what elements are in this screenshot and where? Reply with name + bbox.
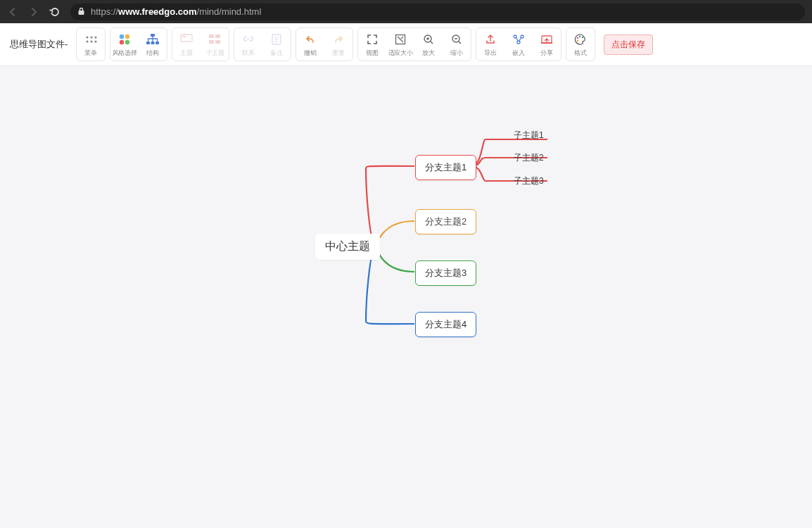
svg-line-27 xyxy=(431,42,433,44)
svg-point-34 xyxy=(521,35,524,38)
svg-point-38 xyxy=(577,37,578,38)
view-button[interactable]: 视图 xyxy=(358,28,386,61)
svg-rect-11 xyxy=(151,34,155,37)
tree-icon xyxy=(146,32,160,47)
browser-bar: https://www.freedgo.com/mind/mind.html xyxy=(0,0,812,23)
subtopic-1[interactable]: 子主题1 xyxy=(514,130,544,142)
file-label: 思维导图文件- xyxy=(6,38,72,51)
svg-point-7 xyxy=(120,34,124,38)
svg-point-3 xyxy=(95,36,97,38)
share-button[interactable]: 分享 xyxy=(533,28,561,61)
zoom-in-button[interactable]: 放大 xyxy=(414,28,443,61)
svg-line-31 xyxy=(459,42,461,44)
svg-rect-17 xyxy=(209,34,214,38)
connectors xyxy=(0,66,812,528)
branch-node-1[interactable]: 分支主题1 xyxy=(415,155,476,180)
subtopic-icon xyxy=(208,32,221,47)
svg-point-35 xyxy=(517,41,520,44)
svg-rect-18 xyxy=(215,34,220,38)
subtopic-button: 子主题 xyxy=(201,28,229,61)
svg-point-10 xyxy=(125,39,129,44)
forward-button[interactable] xyxy=(28,6,39,18)
svg-point-39 xyxy=(579,35,581,37)
link-icon xyxy=(242,32,255,47)
fullscreen-icon xyxy=(367,32,378,47)
undo-button[interactable]: 撤销 xyxy=(296,28,324,61)
style-icon xyxy=(118,32,132,47)
svg-rect-19 xyxy=(209,40,214,44)
svg-rect-15 xyxy=(181,34,192,42)
note-icon xyxy=(271,32,282,47)
topic-icon xyxy=(180,32,193,47)
save-button[interactable]: 点击保存 xyxy=(604,34,653,55)
menu-button[interactable]: 菜单 xyxy=(77,28,105,61)
svg-rect-13 xyxy=(151,42,155,44)
branch-node-3[interactable]: 分支主题3 xyxy=(415,260,476,286)
zoom-out-icon xyxy=(451,32,462,47)
topic-button: 主题 xyxy=(172,28,201,61)
url-text: https://www.freedgo.com/mind/mind.html xyxy=(91,6,261,17)
mindmap-canvas[interactable]: 中心主题 分支主题1 分支主题2 分支主题3 分支主题4 子主题1 子主题2 子… xyxy=(0,66,812,528)
redo-icon xyxy=(332,32,345,47)
relation-button: 联系 xyxy=(234,28,262,61)
branch-node-2[interactable]: 分支主题2 xyxy=(415,209,476,234)
svg-rect-20 xyxy=(215,40,220,44)
dots-icon xyxy=(84,32,97,47)
export-button[interactable]: 导出 xyxy=(476,28,505,61)
palette-icon xyxy=(574,32,587,47)
svg-point-8 xyxy=(125,34,129,38)
toolbar: 思维导图文件- 菜单 风格选择 结构 主题 子主题 联系 xyxy=(0,23,812,66)
svg-point-6 xyxy=(95,40,97,42)
svg-point-4 xyxy=(87,40,89,42)
redo-button: 重复 xyxy=(324,28,353,61)
svg-point-41 xyxy=(577,39,578,41)
reload-button[interactable] xyxy=(49,6,61,18)
svg-point-9 xyxy=(120,39,124,44)
svg-point-40 xyxy=(582,36,583,37)
export-icon xyxy=(485,32,496,47)
embed-button[interactable]: 嵌入 xyxy=(505,28,533,61)
fit-icon xyxy=(395,32,406,47)
zoom-out-button[interactable]: 缩小 xyxy=(443,28,471,61)
note-button: 备注 xyxy=(262,28,291,61)
svg-rect-37 xyxy=(541,42,552,44)
embed-icon xyxy=(512,32,525,47)
subtopic-2[interactable]: 子主题2 xyxy=(514,152,544,164)
svg-rect-14 xyxy=(156,42,159,44)
lock-icon xyxy=(77,7,85,17)
svg-point-1 xyxy=(87,36,89,38)
share-icon xyxy=(540,32,553,47)
undo-icon xyxy=(304,32,317,47)
svg-rect-16 xyxy=(182,36,186,37)
svg-point-2 xyxy=(91,36,93,38)
back-button[interactable] xyxy=(7,6,18,18)
structure-button[interactable]: 结构 xyxy=(139,28,167,61)
branch-node-4[interactable]: 分支主题4 xyxy=(415,312,476,337)
subtopic-3[interactable]: 子主题3 xyxy=(514,175,544,187)
svg-point-33 xyxy=(514,35,516,38)
format-button[interactable]: 格式 xyxy=(566,28,595,61)
style-button[interactable]: 风格选择 xyxy=(110,28,139,61)
fit-button[interactable]: 适应大小 xyxy=(386,28,414,61)
svg-rect-12 xyxy=(146,42,150,44)
zoom-in-icon xyxy=(423,32,434,47)
svg-rect-0 xyxy=(79,11,84,15)
svg-point-5 xyxy=(91,40,93,42)
url-bar[interactable]: https://www.freedgo.com/mind/mind.html xyxy=(70,4,805,20)
center-node[interactable]: 中心主题 xyxy=(315,234,380,260)
